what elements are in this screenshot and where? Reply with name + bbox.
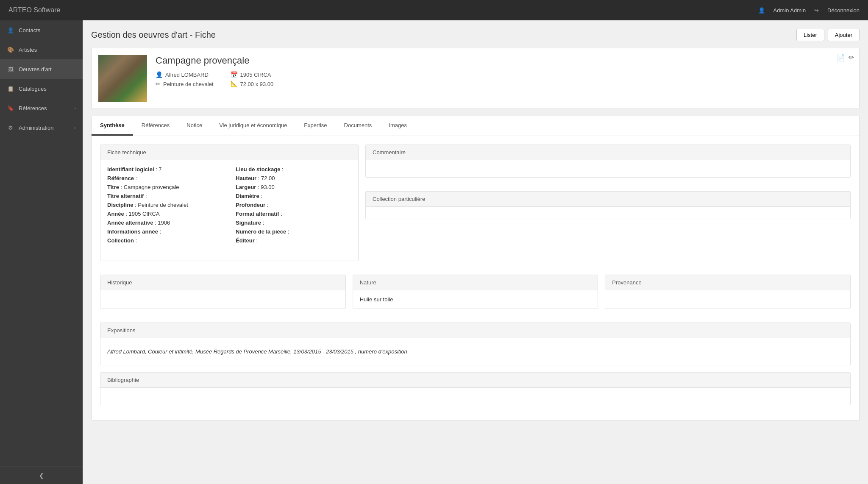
historique-box: Historique — [100, 275, 346, 309]
brand-main: ARTEO — [8, 6, 32, 14]
bibliographie-box: Bibliographie — [100, 372, 851, 405]
three-col-grid: Historique Nature Huile sur toile Proven… — [100, 275, 851, 316]
artwork-year-item: 📅 1905 CIRCA — [231, 71, 274, 78]
references-chevron-icon: › — [74, 106, 76, 111]
sidebar: 👤 Contacts 🎨 Artistes 🖼 Oeuvres d'art 📋 … — [0, 20, 83, 484]
list-button[interactable]: Lister — [796, 29, 824, 41]
logout-icon: ↪ — [814, 7, 819, 14]
nature-header: Nature — [353, 275, 598, 290]
document-icon-button[interactable]: 📄 — [837, 53, 845, 61]
fiche-commentaire-grid: Fiche technique Identifiant logiciel : 7… — [100, 145, 851, 268]
commentaire-body — [366, 160, 850, 177]
field-numero-piece: Numéro de la pièce : — [236, 228, 351, 235]
fiche-technique-container: Fiche technique Identifiant logiciel : 7… — [100, 145, 359, 268]
artwork-artist-item: 👤 Alfred LOMBARD — [156, 71, 214, 78]
field-annee-alt: Année alternative : 1906 — [107, 220, 223, 226]
navbar-right: 👤 Admin Admin ↪ Déconnexion — [758, 7, 860, 14]
nature-body: Huile sur toile — [353, 290, 598, 309]
oeuvres-icon: 🖼 — [7, 65, 14, 73]
tab-references[interactable]: Références — [133, 116, 178, 136]
sidebar-label-administration: Administration — [19, 125, 53, 131]
contacts-icon: 👤 — [7, 26, 14, 34]
add-button[interactable]: Ajouter — [828, 29, 860, 41]
sidebar-label-artistes: Artistes — [19, 47, 37, 53]
catalogues-icon: 📋 — [7, 85, 14, 92]
nature-value: Huile sur toile — [360, 296, 591, 303]
artwork-year: 1905 CIRCA — [240, 72, 271, 78]
collection-particuliere-body — [366, 207, 850, 219]
sidebar-label-catalogues: Catalogues — [19, 86, 47, 92]
artwork-meta-left: 👤 Alfred LOMBARD ✏ Peinture de chevalet — [156, 71, 214, 87]
artwork-artist: Alfred LOMBARD — [165, 72, 209, 78]
dimensions-icon: 📐 — [231, 81, 238, 87]
logout-link[interactable]: Déconnexion — [827, 7, 860, 14]
historique-body — [100, 290, 345, 307]
field-editeur: Éditeur : — [236, 237, 351, 244]
sidebar-label-oeuvres: Oeuvres d'art — [19, 66, 52, 72]
tab-vie-juridique[interactable]: Vie juridique et économique — [211, 116, 295, 136]
main-content: Gestion des oeuvres d'art - Fiche Lister… — [83, 20, 868, 484]
user-label: Admin Admin — [773, 7, 806, 14]
fiche-technique-body: Identifiant logiciel : 7 Référence : Tit… — [100, 160, 358, 261]
administration-icon: ⚙ — [7, 124, 14, 131]
artwork-image — [98, 55, 147, 102]
tab-notice[interactable]: Notice — [178, 116, 211, 136]
layout: 👤 Contacts 🎨 Artistes 🖼 Oeuvres d'art 📋 … — [0, 20, 868, 484]
artistes-icon: 🎨 — [7, 46, 14, 53]
administration-chevron-icon: › — [74, 125, 76, 130]
type-icon: ✏ — [156, 81, 161, 87]
field-identifiant: Identifiant logiciel : 7 — [107, 166, 223, 172]
bibliographie-body — [100, 388, 850, 405]
navbar: ARTEO Software 👤 Admin Admin ↪ Déconnexi… — [0, 0, 868, 20]
fiche-technique-box: Fiche technique Identifiant logiciel : 7… — [100, 145, 359, 261]
field-hauteur: Hauteur : 72.00 — [236, 175, 351, 181]
page-title: Gestion des oeuvres d'art - Fiche — [91, 30, 216, 40]
brand-logo: ARTEO Software — [8, 6, 60, 14]
edit-icon-button[interactable]: ✏ — [849, 53, 854, 61]
artwork-card-actions: 📄 ✏ — [837, 53, 854, 61]
artwork-card: Campagne provençale 👤 Alfred LOMBARD ✏ P… — [91, 48, 860, 109]
tab-expertise[interactable]: Expertise — [295, 116, 335, 136]
tab-documents[interactable]: Documents — [336, 116, 381, 136]
brand-sub: Software — [32, 6, 61, 14]
field-reference: Référence : — [107, 175, 223, 181]
field-format-alt: Format alternatif : — [236, 211, 351, 217]
references-icon: 🔖 — [7, 104, 14, 112]
sidebar-item-references[interactable]: 🔖 Références › — [0, 98, 83, 118]
field-discipline: Discipline : Peinture de chevalet — [107, 202, 223, 208]
artwork-info: Campagne provençale 👤 Alfred LOMBARD ✏ P… — [156, 55, 852, 87]
sidebar-item-administration[interactable]: ⚙ Administration › — [0, 118, 83, 137]
page-header: Gestion des oeuvres d'art - Fiche Lister… — [91, 29, 860, 41]
collection-particuliere-header: Collection particulière — [366, 192, 850, 207]
field-signature: Signature : — [236, 220, 351, 226]
tab-images[interactable]: Images — [380, 116, 415, 136]
field-diametre: Diamètre : — [236, 193, 351, 199]
artwork-type: Peinture de chevalet — [163, 81, 214, 87]
sidebar-collapse-button[interactable]: ❮ — [0, 467, 83, 484]
sidebar-label-references: Références — [19, 105, 47, 111]
calendar-icon: 📅 — [231, 71, 238, 78]
artwork-dims-item: 📐 72.00 x 93.00 — [231, 81, 274, 87]
sidebar-item-contacts[interactable]: 👤 Contacts — [0, 20, 83, 40]
sidebar-item-oeuvres[interactable]: 🖼 Oeuvres d'art — [0, 59, 83, 79]
expositions-value: Alfred Lombard, Couleur et intimité, Mus… — [107, 344, 843, 359]
collection-particuliere-box: Collection particulière — [365, 191, 851, 219]
fiche-fields-row: Identifiant logiciel : 7 Référence : Tit… — [107, 166, 351, 246]
expositions-body: Alfred Lombard, Couleur et intimité, Mus… — [100, 338, 850, 365]
sidebar-item-artistes[interactable]: 🎨 Artistes — [0, 40, 83, 59]
sidebar-item-catalogues[interactable]: 📋 Catalogues — [0, 79, 83, 98]
user-icon: 👤 — [758, 7, 765, 14]
provenance-header: Provenance — [605, 275, 850, 290]
tabs-container: Synthèse Références Notice Vie juridique… — [91, 116, 860, 421]
tab-synthese[interactable]: Synthèse — [92, 116, 133, 136]
field-info-annee: Informations année : — [107, 228, 223, 235]
tab-content-synthese: Fiche technique Identifiant logiciel : 7… — [92, 136, 859, 420]
field-lieu: Lieu de stockage : — [236, 166, 351, 172]
artwork-type-item: ✏ Peinture de chevalet — [156, 81, 214, 87]
fiche-technique-header: Fiche technique — [100, 145, 358, 160]
collapse-icon: ❮ — [39, 472, 44, 479]
sidebar-label-contacts: Contacts — [19, 27, 40, 33]
field-titre: Titre : Campagne provençale — [107, 184, 223, 190]
field-largeur: Largeur : 93.00 — [236, 184, 351, 190]
artwork-meta-right: 📅 1905 CIRCA 📐 72.00 x 93.00 — [231, 71, 274, 87]
